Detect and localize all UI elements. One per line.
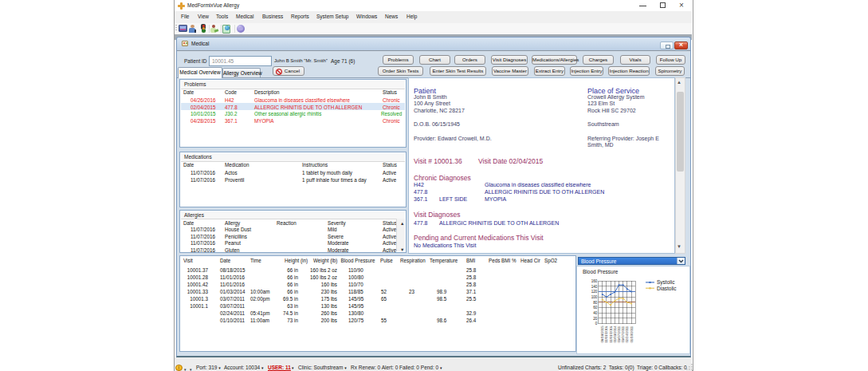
svg-text:01/10/2011: 01/10/2011: [630, 326, 634, 342]
svg-text:140: 140: [591, 284, 598, 288]
svg-text:40: 40: [593, 311, 598, 315]
svg-text:160: 160: [591, 279, 598, 283]
svg-text:Diastolic: Diastolic: [657, 285, 677, 290]
svg-text:60: 60: [593, 306, 598, 310]
svg-text:80: 80: [593, 300, 598, 304]
svg-text:20: 20: [593, 316, 598, 320]
svg-text:120: 120: [591, 290, 598, 294]
svg-text:100: 100: [591, 295, 598, 299]
svg-text:0: 0: [595, 322, 598, 326]
